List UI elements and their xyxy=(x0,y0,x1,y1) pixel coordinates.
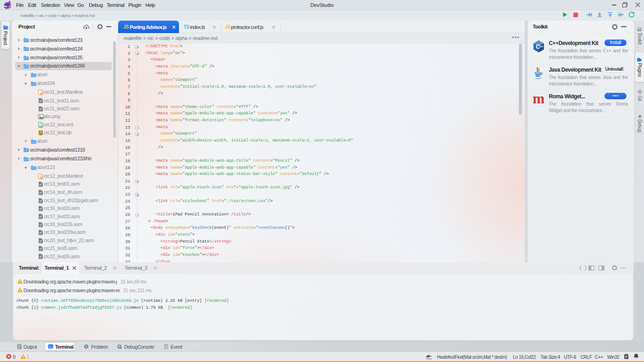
svg-text:M: M xyxy=(40,175,43,179)
svg-text:M: M xyxy=(40,92,43,95)
svg-text:++: ++ xyxy=(539,45,543,48)
svg-text:XML: XML xyxy=(39,125,42,127)
svg-text:Kanping: Kanping xyxy=(426,358,431,360)
